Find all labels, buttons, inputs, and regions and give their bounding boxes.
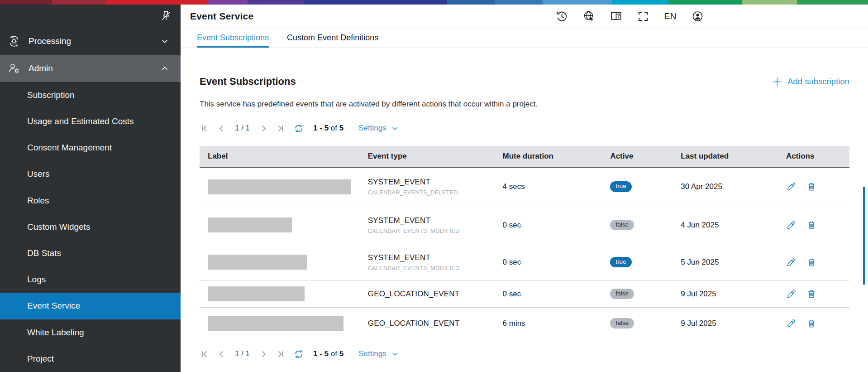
active-badge: true [610,257,631,268]
content-area: Event Subscriptions Add subscription Thi… [181,48,868,372]
delete-icon[interactable] [806,319,816,329]
delete-icon[interactable] [806,220,816,230]
sidebar-item-db-stats[interactable]: DB Stats [0,240,181,266]
first-page-icon[interactable] [200,349,210,359]
last-page-icon[interactable] [275,349,285,359]
next-page-icon[interactable] [258,349,268,359]
mute-duration: 0 sec [503,258,610,267]
last-updated: 4 Jun 2025 [681,221,786,230]
table-row: GEO_LOCATION_EVENT 0 sec false 9 Jul 202… [200,280,849,307]
range-indicator: 1 - 5 of 5 [313,124,343,133]
sidebar-item-label: White Labeling [27,328,84,338]
pagination-bottom: 1 / 1 1 - 5 of 5 [200,346,849,362]
delete-icon[interactable] [806,289,816,299]
tab-bar: Event Subscriptions Custom Event Definit… [181,28,868,48]
table-header: Label Event type Mute duration Active La… [200,146,849,168]
total-count: 5 [339,349,343,358]
event-subtype: CALENDAR_EVENTS_MODIFIED [368,228,503,234]
page-title: Event Service [190,11,253,22]
sidebar-item-label: DB Stats [27,248,61,258]
service-description: This service has predefined events that … [200,100,849,109]
sidebar-item-subscription[interactable]: Subscription [0,82,181,108]
delete-icon[interactable] [806,257,816,267]
tab-label: Custom Event Definitions [287,33,378,43]
table-row: GEO_LOCATION_EVENT 6 mins false 9 Jul 20… [200,307,849,339]
sidebar-item-usage-and-estimated-costs[interactable]: Usage and Estimated Costs [0,108,181,135]
mute-duration: 4 secs [503,182,610,191]
first-page-icon[interactable] [200,123,210,133]
sidebar-item-roles[interactable]: Roles [0,188,181,214]
plus-icon [772,77,782,87]
edit-icon[interactable] [786,182,796,192]
vertical-scrollbar-thumb[interactable] [863,187,865,285]
table-row: SYSTEM_EVENT CALENDAR_EVENTS_MODIFIED 0 … [200,244,849,280]
edit-icon[interactable] [786,220,796,230]
settings-label: Settings [358,124,386,133]
of-label: of [331,349,337,358]
section-heading: Event Subscriptions [200,76,296,87]
pagination-top: 1 / 1 1 - 5 of 5 [200,121,849,136]
unpin-icon[interactable] [159,9,173,23]
language-selector[interactable]: EN [664,11,677,21]
tab-custom-event-definitions[interactable]: Custom Event Definitions [287,28,378,48]
active-badge: false [610,220,634,231]
edit-icon[interactable] [786,289,796,299]
sidebar-item-admin[interactable]: Admin [0,55,181,82]
add-subscription-button[interactable]: Add subscription [772,77,849,87]
sidebar-item-custom-widgets[interactable]: Custom Widgets [0,214,181,240]
redacted-label [208,217,292,232]
sidebar-item-consent-management[interactable]: Consent Management [0,135,181,161]
column-header-active: Active [610,152,681,161]
fullscreen-icon[interactable] [637,10,649,22]
range-values: 1 - 5 [313,349,329,358]
range-values: 1 - 5 [313,124,329,132]
last-updated: 9 Jul 2025 [681,290,786,299]
table-row: SYSTEM_EVENT CALENDAR_EVENTS_MODIFIED 0 … [200,206,849,244]
sidebar-item-logs[interactable]: Logs [0,266,181,293]
sidebar: Processing Admin [0,5,181,372]
profile-icon[interactable] [692,10,704,22]
page-indicator: 1 / 1 [235,124,250,133]
redacted-label [208,286,305,301]
sidebar-item-users[interactable]: Users [0,161,181,187]
active-badge: false [610,318,634,329]
sidebar-item-white-labeling[interactable]: White Labeling [0,319,181,346]
settings-dropdown[interactable]: Settings [358,349,399,358]
active-badge: false [610,289,634,300]
globe-pointer-icon[interactable] [583,10,595,22]
column-header-actions: Actions [786,152,849,161]
delete-icon[interactable] [806,182,816,192]
last-updated: 9 Jul 2025 [681,319,786,328]
sidebar-item-label: Project [27,354,54,364]
event-type: SYSTEM_EVENT [368,216,503,225]
event-subtype: CALENDAR_EVENTS_DELETED [368,189,503,196]
settings-dropdown[interactable]: Settings [358,124,399,133]
last-updated: 30 Apr 2025 [681,182,786,191]
tab-label: Event Subscriptions [197,33,269,43]
refresh-icon[interactable] [294,123,304,133]
sidebar-item-label: Subscription [27,90,75,100]
next-page-icon[interactable] [258,123,268,133]
table-row: SYSTEM_EVENT CALENDAR_EVENTS_DELETED 4 s… [200,168,849,206]
edit-icon[interactable] [786,319,796,329]
history-icon[interactable] [556,10,568,22]
last-page-icon[interactable] [275,123,285,133]
chevron-down-icon [391,124,399,133]
sidebar-item-processing[interactable]: Processing [0,27,181,54]
previous-page-icon[interactable] [216,349,226,359]
range-indicator: 1 - 5 of 5 [313,349,343,358]
help-book-icon[interactable]: ? [610,10,622,22]
column-header-mute-duration: Mute duration [503,152,610,161]
tab-event-subscriptions[interactable]: Event Subscriptions [197,28,269,48]
edit-icon[interactable] [786,257,796,267]
main-area: Event Service [181,5,868,372]
page-header: Event Service [181,5,868,28]
event-type: GEO_LOCATION_EVENT [368,290,503,299]
mute-duration: 0 sec [503,221,610,230]
previous-page-icon[interactable] [216,123,226,133]
refresh-icon[interactable] [294,349,304,359]
sidebar-item-event-service[interactable]: Event Service [0,293,181,319]
processing-icon [7,34,21,48]
admin-icon [7,62,21,75]
sidebar-item-project[interactable]: Project [0,346,181,372]
